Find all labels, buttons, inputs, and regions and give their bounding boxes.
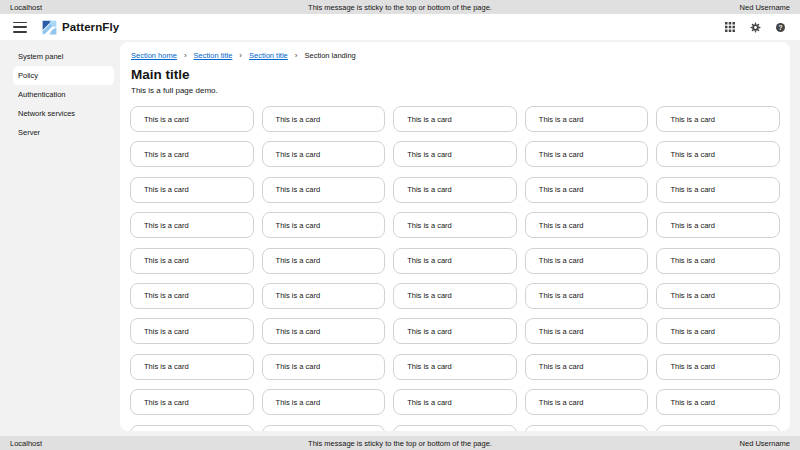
nav-toggle-button[interactable] xyxy=(13,22,27,33)
settings-button[interactable] xyxy=(748,20,763,35)
page-title: Main title xyxy=(131,67,780,82)
breadcrumb-current: Section landing xyxy=(304,51,355,60)
breadcrumb: Section home›Section title›Section title… xyxy=(131,51,780,60)
hamburger-icon xyxy=(13,22,27,24)
card-title: This is a card xyxy=(539,256,584,265)
sidebar-item-network-services[interactable]: Network services xyxy=(13,104,114,123)
card-title: This is a card xyxy=(276,291,321,300)
sidebar-item-system-panel[interactable]: System panel xyxy=(13,47,114,66)
card-title: This is a card xyxy=(539,115,584,124)
card: This is a card xyxy=(393,106,517,132)
breadcrumb-link[interactable]: Section home xyxy=(131,51,177,60)
card: This is a card xyxy=(525,354,649,380)
card: This is a card xyxy=(656,354,780,380)
main-content-panel: Section home›Section title›Section title… xyxy=(120,42,790,431)
card-title: This is a card xyxy=(407,150,452,159)
sidebar-item-label: Network services xyxy=(18,109,75,118)
sidebar-item-label: Policy xyxy=(18,71,38,80)
card-title: This is a card xyxy=(407,185,452,194)
sidebar-item-label: Authentication xyxy=(18,90,66,99)
card: This is a card xyxy=(525,283,649,309)
card-title: This is a card xyxy=(407,362,452,371)
card-title: This is a card xyxy=(144,185,189,194)
card-title: This is a card xyxy=(276,362,321,371)
card-title: This is a card xyxy=(539,327,584,336)
card: This is a card xyxy=(130,318,254,344)
card: This is a card xyxy=(393,283,517,309)
card-title: This is a card xyxy=(276,256,321,265)
brand[interactable]: PatternFly xyxy=(42,20,119,35)
card-title: This is a card xyxy=(539,185,584,194)
card: This is a card xyxy=(393,212,517,238)
app-launcher-button[interactable] xyxy=(723,20,737,34)
card: This is a card xyxy=(130,425,254,431)
sidebar-item-authentication[interactable]: Authentication xyxy=(13,85,114,104)
question-circle-icon: ? xyxy=(776,23,785,32)
card: This is a card xyxy=(393,318,517,344)
card-title: This is a card xyxy=(670,362,715,371)
bottom-banner: Localhost This message is sticky to the … xyxy=(0,436,800,450)
card-title: This is a card xyxy=(144,362,189,371)
card-title: This is a card xyxy=(276,398,321,407)
card: This is a card xyxy=(393,354,517,380)
card-title: This is a card xyxy=(144,256,189,265)
card: This is a card xyxy=(262,106,386,132)
card: This is a card xyxy=(656,106,780,132)
card: This is a card xyxy=(525,389,649,415)
card-title: This is a card xyxy=(407,398,452,407)
card-title: This is a card xyxy=(670,398,715,407)
card-title: This is a card xyxy=(144,115,189,124)
card: This is a card xyxy=(130,283,254,309)
banner-message: This message is sticky to the top or bot… xyxy=(0,439,800,448)
card: This is a card xyxy=(656,212,780,238)
page-subtitle: This is a full page demo. xyxy=(131,86,780,95)
card: This is a card xyxy=(130,141,254,167)
card: This is a card xyxy=(525,425,649,431)
card: This is a card xyxy=(130,106,254,132)
card: This is a card xyxy=(393,389,517,415)
card: This is a card xyxy=(525,248,649,274)
card: This is a card xyxy=(130,389,254,415)
card: This is a card xyxy=(656,389,780,415)
breadcrumb-link[interactable]: Section title xyxy=(194,51,233,60)
card-title: This is a card xyxy=(276,327,321,336)
card-title: This is a card xyxy=(670,291,715,300)
card-title: This is a card xyxy=(276,150,321,159)
card-title: This is a card xyxy=(670,150,715,159)
card: This is a card xyxy=(130,177,254,203)
card: This is a card xyxy=(656,283,780,309)
card-title: This is a card xyxy=(670,327,715,336)
card: This is a card xyxy=(656,248,780,274)
card: This is a card xyxy=(393,425,517,431)
card: This is a card xyxy=(130,248,254,274)
banner-message: This message is sticky to the top or bot… xyxy=(0,3,800,12)
card-title: This is a card xyxy=(407,115,452,124)
card-title: This is a card xyxy=(539,291,584,300)
card-title: This is a card xyxy=(539,362,584,371)
card: This is a card xyxy=(262,425,386,431)
card: This is a card xyxy=(262,354,386,380)
card: This is a card xyxy=(130,212,254,238)
card-title: This is a card xyxy=(407,221,452,230)
breadcrumb-separator-icon: › xyxy=(295,52,298,60)
card: This is a card xyxy=(262,177,386,203)
card-title: This is a card xyxy=(539,221,584,230)
card-title: This is a card xyxy=(670,221,715,230)
card: This is a card xyxy=(393,177,517,203)
breadcrumb-separator-icon: › xyxy=(184,52,187,60)
card-title: This is a card xyxy=(539,150,584,159)
brand-name: PatternFly xyxy=(62,21,119,33)
breadcrumb-link[interactable]: Section title xyxy=(249,51,288,60)
help-button[interactable]: ? xyxy=(774,21,787,34)
card-title: This is a card xyxy=(276,115,321,124)
card-title: This is a card xyxy=(407,327,452,336)
masthead: PatternFly xyxy=(0,14,800,40)
card-title: This is a card xyxy=(539,398,584,407)
card-title: This is a card xyxy=(144,150,189,159)
sidebar-item-server[interactable]: Server xyxy=(13,123,114,142)
card-grid: This is a cardThis is a cardThis is a ca… xyxy=(130,106,780,431)
sidebar-item-policy[interactable]: Policy xyxy=(13,66,114,85)
card: This is a card xyxy=(130,354,254,380)
banner-username: Ned Username xyxy=(740,439,790,448)
banner-hostname: Localhost xyxy=(10,439,42,448)
